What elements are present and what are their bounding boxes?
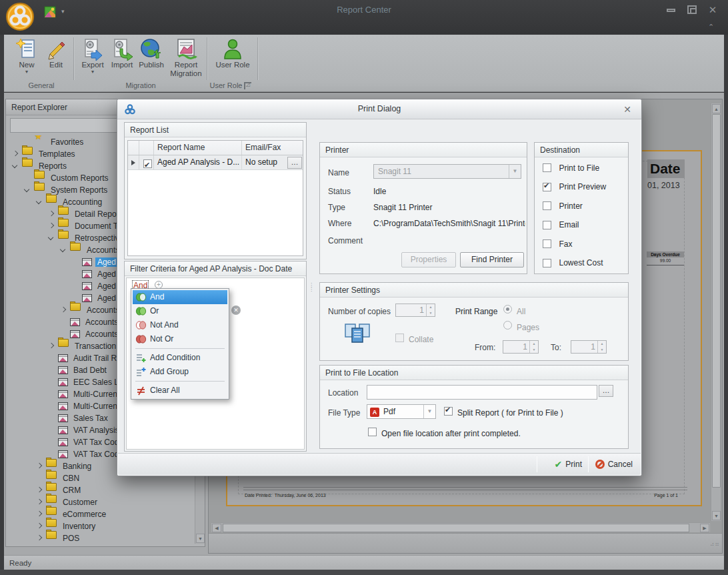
context-menu-item[interactable]: Or <box>133 304 227 318</box>
combo-dropdown-icon[interactable]: ▼ <box>509 165 521 178</box>
open-location-checkbox[interactable] <box>368 428 377 436</box>
destination-checkbox[interactable] <box>543 183 551 191</box>
tree-expander-icon[interactable] <box>35 499 43 506</box>
tree-expander-icon[interactable] <box>47 235 55 241</box>
find-printer-button[interactable]: Find Printer <box>460 252 524 267</box>
tree-item[interactable]: CRM <box>6 484 195 496</box>
destination-option[interactable]: Print Preview <box>535 177 628 196</box>
destination-checkbox[interactable] <box>543 239 551 248</box>
destination-option[interactable]: Fax <box>535 233 628 253</box>
properties-button[interactable]: Properties <box>401 252 456 267</box>
tree-expander-icon[interactable] <box>23 175 31 181</box>
destination-option[interactable]: Print to File <box>535 157 628 177</box>
dialog-close-icon[interactable]: ✕ <box>621 103 633 115</box>
tree-expander-icon[interactable] <box>47 451 55 458</box>
scroll-thumb[interactable] <box>223 524 689 532</box>
scroll-down-icon[interactable]: ▼ <box>712 511 721 520</box>
copies-spinner[interactable]: 1 ▲▼ <box>395 304 435 317</box>
cancel-button[interactable]: Cancel <box>595 457 633 472</box>
tree-expander-icon[interactable] <box>35 475 43 482</box>
preview-horizontal-scrollbar[interactable]: ◀ ▶ <box>211 522 710 532</box>
context-menu-item[interactable]: Add Group <box>133 365 227 379</box>
tree-expander-icon[interactable] <box>59 307 67 314</box>
user-role-button[interactable]: User Role <box>213 37 252 81</box>
tree-expander-icon[interactable] <box>59 247 67 253</box>
report-migration-button[interactable]: Report Migration <box>168 37 204 81</box>
destination-option[interactable]: Email <box>535 215 628 234</box>
tree-expander-icon[interactable] <box>47 367 55 374</box>
spinner-arrows-icon[interactable]: ▲▼ <box>426 304 435 316</box>
tree-expander-icon[interactable] <box>35 535 43 542</box>
tree-expander-icon[interactable] <box>11 151 19 157</box>
tree-item[interactable]: POS <box>6 532 195 544</box>
edit-button[interactable]: Edit <box>43 37 69 81</box>
close-button[interactable]: ✕ <box>705 5 720 15</box>
tree-expander-icon[interactable] <box>47 211 55 217</box>
context-menu-item[interactable]: Add Condition <box>133 351 227 365</box>
scroll-up-icon[interactable]: ▲ <box>712 104 721 113</box>
export-button[interactable]: Export ▾ <box>77 37 108 81</box>
scroll-left-icon[interactable]: ◀ <box>212 524 221 532</box>
printer-name-combo[interactable]: Snagit 11 ▼ <box>373 164 521 179</box>
range-all-radio[interactable] <box>503 305 512 314</box>
context-menu-item[interactable]: Not Or <box>133 332 227 346</box>
import-button[interactable]: Import <box>108 37 136 81</box>
context-menu-item[interactable]: Not And <box>133 318 227 332</box>
tree-expander-icon[interactable] <box>35 523 43 530</box>
scroll-right-icon[interactable]: ▶ <box>700 524 709 532</box>
from-spinner[interactable]: 1 ▲▼ <box>503 340 539 354</box>
report-row[interactable]: Aged AP Analysis - D... No setup … <box>128 155 303 170</box>
new-button[interactable]: New ▾ <box>12 37 41 81</box>
browse-location-button[interactable]: … <box>599 385 613 397</box>
restore-button[interactable] <box>685 5 700 15</box>
tree-expander-icon[interactable] <box>23 187 31 193</box>
destination-checkbox[interactable] <box>543 259 551 267</box>
user-role-dialog-launcher-icon[interactable] <box>244 82 251 89</box>
tree-expander-icon[interactable] <box>71 259 79 265</box>
destination-option[interactable]: Printer <box>535 195 628 215</box>
file-type-combo[interactable]: A Pdf ▼ <box>367 404 436 419</box>
range-pages-radio[interactable] <box>503 321 512 330</box>
destination-option[interactable]: Lowest Cost <box>535 253 628 272</box>
tree-expander-icon[interactable] <box>47 403 55 410</box>
print-button[interactable]: ✔Print <box>555 457 582 472</box>
context-menu-item[interactable] <box>133 346 227 351</box>
tree-expander-icon[interactable] <box>35 511 43 518</box>
context-menu-item[interactable]: And <box>133 290 227 304</box>
to-spinner[interactable]: 1 ▲▼ <box>571 340 607 354</box>
destination-checkbox[interactable] <box>543 221 551 229</box>
tree-expander-icon[interactable] <box>71 283 79 290</box>
tree-expander-icon[interactable] <box>35 463 43 470</box>
resize-grip-icon[interactable]: ⣠⣤ <box>710 539 719 548</box>
location-input[interactable] <box>367 385 597 400</box>
remove-filter-icon[interactable]: ✕ <box>231 306 241 315</box>
combo-dropdown-icon[interactable]: ▼ <box>423 405 435 418</box>
tree-expander-icon[interactable] <box>47 379 55 386</box>
tree-expander-icon[interactable] <box>47 427 55 434</box>
tree-expander-icon[interactable] <box>47 343 55 350</box>
tree-expander-icon[interactable] <box>35 199 43 205</box>
tree-item[interactable]: Inventory <box>6 520 195 532</box>
tree-expander-icon[interactable] <box>47 223 55 229</box>
publish-button[interactable]: Publish <box>136 37 167 81</box>
scroll-down-icon[interactable]: ▼ <box>196 534 205 543</box>
tree-expander-icon[interactable] <box>71 271 79 277</box>
tree-expander-icon[interactable] <box>71 295 79 302</box>
destination-checkbox[interactable] <box>543 201 551 210</box>
tree-expander-icon[interactable] <box>59 331 67 338</box>
minimize-button[interactable] <box>664 5 679 15</box>
spinner-arrows-icon[interactable]: ▲▼ <box>529 341 538 353</box>
tree-expander-icon[interactable] <box>47 439 55 446</box>
split-report-checkbox[interactable] <box>444 407 453 416</box>
tree-expander-icon[interactable] <box>11 163 19 169</box>
explorer-search-input[interactable] <box>10 118 118 133</box>
tree-item[interactable]: eCommerce <box>6 508 195 520</box>
email-setup-ellipsis-button[interactable]: … <box>287 157 302 169</box>
context-menu-item[interactable]: Clear All <box>133 384 227 398</box>
tree-expander-icon[interactable] <box>47 391 55 398</box>
dialog-titlebar[interactable]: Print Dialog ✕ <box>117 99 641 119</box>
scroll-thumb[interactable] <box>712 114 721 488</box>
tree-expander-icon[interactable] <box>35 487 43 494</box>
destination-checkbox[interactable] <box>543 163 551 172</box>
ribbon-collapse-icon[interactable]: ⌃ <box>708 23 720 32</box>
